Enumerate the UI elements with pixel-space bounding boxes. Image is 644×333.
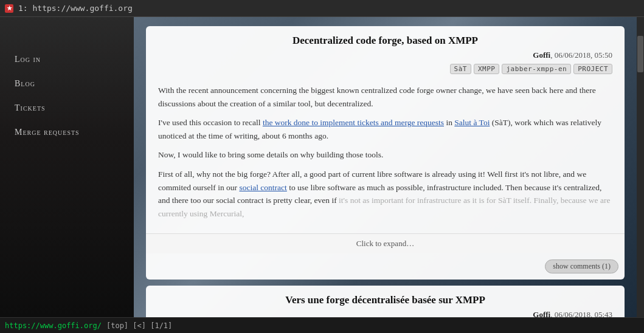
tag-jabber: jabber-xmpp-en: [502, 64, 571, 74]
article-body-1: With the recent announcement concerning …: [146, 84, 625, 233]
link-social-contract[interactable]: social contract: [239, 183, 286, 192]
article-header-2: Vers une forge décentralisée basée sur X…: [146, 286, 625, 317]
article-author-2: Goffi: [533, 310, 550, 317]
titlebar-icon: ★: [5, 4, 13, 13]
article-title-1: Decentralized code forge, based on XMPP: [158, 35, 612, 47]
tag-xmpp: XMPP: [474, 64, 500, 74]
sidebar-item-blog[interactable]: Blog: [0, 72, 134, 96]
sidebar-item-log-in[interactable]: Log in: [0, 47, 134, 72]
article-para-4: First of all, why not the big forge? Aft…: [158, 168, 612, 220]
show-comments-button[interactable]: show comments (1): [545, 259, 618, 273]
article-para-2: I've used this occasion to recall the wo…: [158, 116, 612, 142]
article-tags-1: SàT XMPP jabber-xmpp-en PROJECT: [158, 64, 612, 74]
sidebar-item-tickets[interactable]: Tickets: [0, 96, 134, 120]
article-card-1: Decentralized code forge, based on XMPP …: [146, 26, 625, 280]
sidebar: Log in Blog Tickets Merge requests: [0, 17, 134, 317]
article-meta-1: Goffi, 06/06/2018, 05:50: [158, 50, 612, 60]
expand-label: Click to expand…: [356, 239, 414, 248]
tag-project: PROJECT: [573, 64, 612, 74]
article-title-2: Vers une forge décentralisée basée sur X…: [158, 294, 612, 306]
link-salut-a-toi[interactable]: Salut à Toi: [454, 118, 490, 127]
article-header-1: Decentralized code forge, based on XMPP …: [146, 26, 625, 84]
article-date-1: 06/06/2018, 05:50: [555, 50, 612, 60]
content-area[interactable]: Decentralized code forge, based on XMPP …: [134, 17, 644, 317]
scrollbar[interactable]: [637, 17, 644, 317]
sidebar-item-merge-requests[interactable]: Merge requests: [0, 120, 134, 145]
tag-sat: SàT: [450, 64, 471, 74]
statusbar: https://www.goffi.org/ [top] [<] [1/1]: [0, 317, 644, 333]
articles-container: Decentralized code forge, based on XMPP …: [134, 17, 644, 317]
article-para-3: Now, I would like to bring some details …: [158, 148, 612, 162]
expand-bar[interactable]: Click to expand…: [146, 233, 625, 253]
sidebar-nav: Log in Blog Tickets Merge requests: [0, 29, 134, 145]
statusbar-url: https://www.goffi.org/: [5, 321, 102, 330]
titlebar-url: 1: https://www.goffi.org: [18, 4, 133, 13]
show-comments-container: show comments (1): [146, 253, 625, 280]
main-layout: Log in Blog Tickets Merge requests Dece: [0, 17, 644, 317]
titlebar: ★ 1: https://www.goffi.org: [0, 0, 644, 17]
link-tickets-merge[interactable]: the work done to implement tickets and m…: [263, 118, 444, 127]
article-card-2: Vers une forge décentralisée basée sur X…: [146, 286, 625, 317]
article-meta-2: Goffi, 06/06/2018, 05:43: [158, 310, 612, 317]
article-author-1: Goffi: [533, 50, 550, 60]
statusbar-info: [top] [<] [1/1]: [106, 321, 172, 330]
scrollbar-thumb[interactable]: [637, 36, 643, 72]
article-date-2: 06/06/2018, 05:43: [555, 310, 612, 317]
article-para-1: With the recent announcement concerning …: [158, 84, 612, 110]
